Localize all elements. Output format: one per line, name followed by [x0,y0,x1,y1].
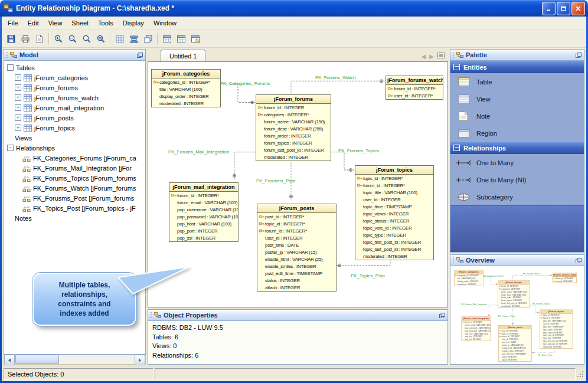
expand-toggle-icon[interactable]: + [15,125,21,131]
object-properties-dock-button[interactable] [439,313,445,318]
table-icon [456,77,471,86]
model-dock-button[interactable] [137,53,143,58]
tree-item-fk-forusms-post-jforum-forums[interactable]: FK_Forusms_Post [jForum_forums [4,193,145,203]
erd-column: user_id : INTEGER* [553,280,576,283]
palette-item-table[interactable]: Table [450,73,584,90]
zoom-fit-button[interactable] [94,32,107,45]
palette-item-region[interactable]: Region [450,125,584,142]
resize-grip[interactable] [577,370,585,378]
erd-column: topic_type : INTEGER [540,337,572,340]
palette-item-one-to-many-ni[interactable]: One to Many (NI) [450,171,584,188]
properties-icon [154,312,161,318]
scroll-thumb[interactable] [15,355,59,364]
tab-list-button[interactable] [437,53,445,60]
tree-item-fk-forums-mail-integration-jfor[interactable]: FK_Forums_Mail_Integration [jFor [4,163,145,173]
erd-column: pop_port : INTEGER [462,335,491,338]
menu-display[interactable]: Display [118,17,149,30]
close-button[interactable] [571,2,585,15]
tree-item-jforum-mail-integration[interactable]: +jForum_mail_integration [4,103,145,113]
tree-item-fk-topics-post-jforum-topics-jf[interactable]: FK_Topics_Post [jForum_topics - jF [4,203,145,213]
erd-column-text: title : VARCHAR (100) [159,87,202,92]
menu-tools[interactable]: Tools [93,17,118,30]
erd-table-title: jForum_topics [355,166,433,175]
tab-next-button[interactable]: ▶ [429,53,434,60]
erd-table-jforum-mail-integration[interactable]: jForum_mail_integrationforum_id : INTEGE… [169,182,239,242]
menu-sheet[interactable]: Sheet [67,17,93,30]
scroll-track[interactable] [15,355,135,364]
palette-item-view[interactable]: View [450,90,584,107]
tab-prev-button[interactable]: ◀ [422,53,426,60]
erd-table-jforum-topics[interactable]: jForum_topicstopic_id : INTEGER*forum_id… [355,165,434,260]
save-button[interactable] [4,32,18,45]
expand-toggle-icon[interactable]: + [15,104,21,111]
palette-section-relationships[interactable]: Relationships [450,142,584,154]
tree-item-jforum-topics[interactable]: +jForum_topics [4,123,145,133]
expand-toggle-icon[interactable]: + [15,84,21,91]
erd-table-jforum-categories[interactable]: jForum_categoriescategories_id : INTEGER… [151,69,221,107]
tree-item-jforum-forums-watch[interactable]: +jForum_forums_watch [4,93,145,103]
bring-front-button[interactable] [141,32,155,45]
palette-item-subcategory[interactable]: Subcategory [450,188,584,205]
tree-item-label: Tables [16,64,35,71]
status-selected-objects: Selected Objects: 0 [4,368,153,379]
erd-column: topic_status : INTEGER [540,331,572,334]
layout-grid-button[interactable] [113,32,126,45]
menu-window[interactable]: Window [149,17,181,30]
scroll-left-button[interactable] [4,355,15,365]
minimap-lines [453,267,579,365]
expand-toggle-icon[interactable]: + [15,94,21,101]
tab-untitled-1[interactable]: Untitled 1 [161,50,205,61]
palette-item-note[interactable]: Note [450,107,584,125]
pk-key-icon [171,193,177,198]
tree-item-jforum-forums[interactable]: +jForum_forums [4,83,145,93]
palette-dock-button[interactable] [576,53,582,58]
zoom-normal-button[interactable] [80,32,93,45]
palette-section-entities[interactable]: Entities [450,61,584,73]
table-view-button[interactable] [174,32,188,45]
expand-toggle-icon[interactable]: + [15,114,21,121]
panel-grip[interactable] [453,257,454,263]
collapse-icon[interactable] [453,64,460,70]
tree-item-fk-categories-forums-jforum-ca[interactable]: FK_Categories_Forums [jForum_ca [4,153,145,163]
tree-item-fk-forums-watch-jforum-forums[interactable]: FK_Forums_Watch [jForum_forums [4,183,145,193]
menu-view[interactable]: View [44,17,67,30]
tree-item-jforum-categories[interactable]: +jForum_categories [4,73,145,83]
erd-table-jforum-posts[interactable]: jForum_postspost_id : INTEGER*topic_id :… [257,204,337,292]
collapse-toggle-icon[interactable]: - [7,64,14,71]
toolbar [2,30,586,48]
panel-grip[interactable] [453,52,454,58]
tree-item-fk-forums-topics-jforum-forums[interactable]: FK_Forums_Topics [jForum_forums [4,173,145,183]
tree-item-tables[interactable]: -Tables [4,63,145,73]
palette-item-one-to-many[interactable]: One to Many [450,154,584,171]
title-bar[interactable]: Entity Relationship Diagram - C:\shared\… [0,0,588,17]
panel-grip[interactable] [6,52,8,58]
menu-edit[interactable]: Edit [23,17,44,30]
tree-item-notes[interactable]: Notes [4,213,145,223]
print-button[interactable] [18,32,32,45]
panel-grip[interactable] [151,312,152,318]
tree-item-jforum-posts[interactable]: +jForum_posts [4,113,145,123]
expand-toggle-icon[interactable]: + [15,74,21,81]
collapse-toggle-icon[interactable]: - [7,145,14,151]
diagram-canvas[interactable]: jForum_categoriescategories_id : INTEGER… [148,61,448,307]
erd-table-jforum-forums-watch[interactable]: jForum_forums_watchforum_id : INTEGER*us… [386,76,443,100]
table-index-button[interactable] [188,32,202,45]
erd-column: topic_id : INTEGER* [257,220,336,227]
table-add-button[interactable] [160,32,174,45]
tree-item-views[interactable]: Views [4,133,145,143]
scroll-right-button[interactable] [135,355,145,365]
zoom-out-button[interactable] [66,32,79,45]
maximize-button[interactable] [557,2,570,15]
align-center-button[interactable] [127,32,141,45]
zoom-in-button[interactable] [51,32,65,45]
erd-table-jforum-forums[interactable]: jForum_forumsforum_id : INTEGERcategorie… [256,94,331,161]
model-hscrollbar[interactable] [4,355,146,365]
overview-dock-button[interactable] [576,258,582,263]
menu-file[interactable]: File [3,17,23,30]
overview-minimap[interactable]: jForum_categoriescategories_id : INTEGER… [450,266,584,365]
tree-item-relationships[interactable]: -Relationships [4,143,145,153]
page-button[interactable] [32,32,46,45]
erd-column-text: pop_password : VARCHAR (100) [465,330,491,332]
collapse-icon[interactable] [453,145,460,151]
minimize-button[interactable] [542,2,556,15]
